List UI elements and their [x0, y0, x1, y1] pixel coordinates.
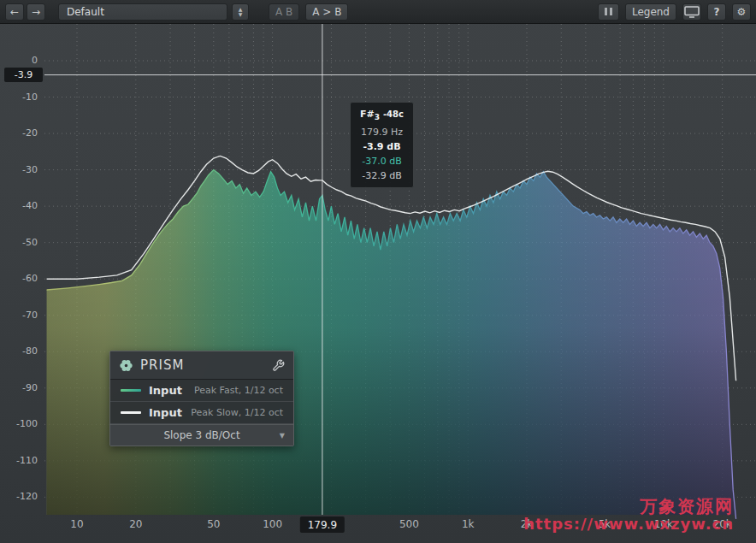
spectrum-display[interactable]: 0-10-20-30-40-50-60-70-80-90-100-110-120…	[0, 0, 756, 543]
y-axis-tick-label: -50	[0, 237, 38, 249]
display-settings-button[interactable]	[682, 3, 701, 21]
tooltip-cursor-db: -3.9 dB	[357, 141, 406, 152]
spectrum-canvas	[0, 0, 756, 543]
y-axis-tick-label: -110	[0, 455, 38, 467]
preset-forward-button[interactable]: →	[27, 3, 45, 21]
arrow-left-icon: ←	[10, 6, 19, 18]
monitor-icon	[684, 6, 700, 18]
series-swatch-fast	[121, 389, 141, 392]
wrench-icon[interactable]	[272, 359, 285, 372]
watermark: 万象资源网 https://www.wxzyw.cn	[523, 497, 734, 533]
legend-panel: PRISM Input Peak Fast, 1/12 oct Input Pe…	[109, 351, 294, 446]
series-swatch-slow	[121, 411, 141, 414]
series-name: Input	[149, 406, 183, 419]
a-to-b-copy-button[interactable]: A > B	[305, 3, 348, 21]
tooltip-fast-db: -37.0 dB	[357, 156, 406, 167]
y-axis-tick-label: -70	[0, 310, 38, 322]
x-axis-tick-label: 10	[70, 518, 83, 530]
help-button[interactable]: ?	[707, 3, 726, 21]
y-axis-tick-label: -40	[0, 200, 38, 212]
chevron-down-icon: ▼	[280, 432, 285, 440]
tooltip-frequency: 179.9 Hz	[357, 127, 406, 138]
y-axis-tick-label: -30	[0, 164, 38, 176]
preset-value: Default	[67, 6, 104, 18]
series-detail: Peak Fast, 1/12 oct	[194, 385, 283, 396]
series-detail: Peak Slow, 1/12 oct	[191, 407, 283, 418]
y-axis-tick-label: -80	[0, 345, 38, 357]
tooltip-note: F#3 -48c	[357, 109, 406, 123]
toolbar-right-group: Legend ? ⚙	[598, 3, 751, 21]
x-axis-tick-label: 100	[263, 518, 282, 530]
stepper-down-icon[interactable]: ▼	[239, 12, 243, 17]
tooltip-slow-db: -32.9 dB	[357, 170, 406, 181]
legend-toggle-button[interactable]: Legend	[625, 3, 676, 21]
series-name: Input	[149, 384, 186, 397]
x-axis-tick-label: 500	[399, 518, 419, 530]
prism-logo-icon	[119, 358, 133, 373]
cursor-tooltip: F#3 -48c 179.9 Hz -3.9 dB -37.0 dB -32.9…	[350, 102, 414, 188]
y-axis-tick-label: -90	[0, 382, 38, 394]
y-axis-tick-label: -100	[0, 418, 38, 430]
x-axis-tick-label: 50	[207, 518, 220, 530]
slope-label: Slope 3 dB/Oct	[163, 429, 239, 441]
y-axis-tick-label: -10	[0, 91, 38, 103]
x-axis-tick-label: 1k	[462, 518, 475, 530]
x-axis-tick-label: 20	[129, 518, 142, 530]
arrow-right-icon: →	[32, 6, 40, 18]
watermark-site-name: 万象资源网	[523, 497, 734, 516]
crosshair-freq-readout: 179.9	[300, 516, 345, 533]
pause-button[interactable]	[598, 3, 619, 21]
y-axis-tick-label: -120	[0, 491, 38, 503]
ab-compare-button[interactable]: A B	[269, 3, 299, 21]
y-axis-tick-label: -60	[0, 273, 38, 285]
legend-row-slow[interactable]: Input Peak Slow, 1/12 oct	[110, 402, 293, 424]
slope-selector[interactable]: Slope 3 dB/Oct ▼	[110, 424, 293, 446]
ab-controls: A B A > B	[269, 3, 348, 21]
preset-back-button[interactable]: ←	[5, 3, 24, 21]
legend-title: PRISM	[140, 357, 265, 373]
legend-row-fast[interactable]: Input Peak Fast, 1/12 oct	[110, 380, 293, 402]
gear-icon: ⚙	[737, 6, 747, 18]
preset-selector[interactable]: Default	[58, 3, 227, 21]
legend-header: PRISM	[110, 351, 293, 380]
y-axis-tick-label: 0	[0, 55, 38, 67]
pause-icon	[605, 8, 612, 15]
toolbar: ← → Default ▲ ▼ A B A > B Legend	[0, 0, 756, 24]
crosshair-db-readout: -3.9	[4, 68, 43, 82]
y-axis-tick-label: -20	[0, 127, 38, 139]
preset-stepper[interactable]: ▲ ▼	[232, 3, 249, 21]
watermark-url: https://www.wxzyw.cn	[523, 516, 734, 533]
prism-analyzer-window: 0-10-20-30-40-50-60-70-80-90-100-110-120…	[0, 0, 756, 543]
settings-button[interactable]: ⚙	[732, 3, 751, 21]
